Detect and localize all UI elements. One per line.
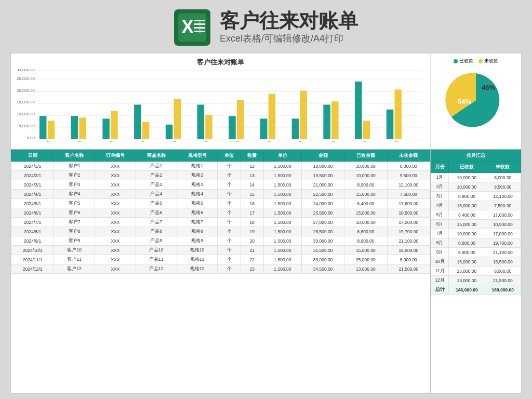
table-cell: XXX	[95, 264, 136, 274]
table-cell: 16,500.00	[387, 246, 430, 255]
svg-rect-7	[200, 20, 201, 34]
table-cell: 19,700.00	[387, 227, 430, 236]
table-cell: 18,000.00	[302, 162, 344, 171]
chart-title: 客户往来对账单	[16, 58, 425, 67]
table-cell: 20	[241, 236, 263, 246]
th-unit: 单位	[218, 150, 241, 162]
table-cell: 1,500.00	[263, 208, 301, 218]
table-cell: 2024/12/1	[11, 264, 54, 274]
table-cell: 2024/11/1	[11, 255, 54, 264]
summary-cell: 6,400.00	[449, 210, 485, 220]
table-cell: XXX	[95, 218, 136, 227]
table-cell: 34,500.00	[302, 264, 344, 274]
svg-rect-31	[134, 104, 141, 139]
table-cell: 客户8	[54, 227, 95, 236]
table-cell: 15,000.00	[344, 208, 387, 218]
bar-chart-container: 客户往来对账单 0.00 5,000.00 10,000.00 15,000.0…	[11, 54, 430, 149]
table-cell: 产品4	[136, 190, 177, 199]
summary-col-headers: 月份 已收款 未收款	[431, 162, 521, 173]
svg-rect-34	[166, 125, 172, 139]
summary-cell: 17,000.00	[485, 229, 521, 238]
table-cell: 30,000.00	[302, 236, 344, 246]
table-cell: 19,500.00	[302, 171, 344, 180]
table-cell: 12	[241, 162, 263, 171]
svg-text:2月: 2月	[75, 141, 82, 142]
table-cell: 10,500.00	[387, 208, 430, 218]
page-header: X 客户往来对账单 Excel表格/可编辑修改/A4打印	[10, 9, 522, 46]
summary-cell: 8,900.00	[449, 248, 485, 257]
svg-text:25,000.00: 25,000.00	[17, 76, 35, 81]
summary-cell: 10,500.00	[485, 220, 521, 229]
summary-table-container: 按月汇总 月份 已收款 未收款 1月10,000.008,000.002月10,…	[430, 150, 521, 393]
summary-cell: 15,000.00	[449, 257, 485, 267]
table-cell: 15,000.00	[344, 190, 387, 199]
table-cell: 18	[241, 218, 263, 227]
svg-text:5月: 5月	[170, 141, 177, 142]
table-cell: 1,500.00	[263, 190, 301, 199]
summary-cell: 25,000.00	[449, 267, 485, 276]
table-cell: 8,900.00	[344, 180, 387, 190]
svg-rect-28	[102, 118, 109, 139]
table-cell: 10,000.00	[344, 218, 387, 227]
summary-total-cell: 146,000.00	[449, 285, 485, 295]
table-cell: 2024/10/1	[11, 246, 54, 255]
svg-text:30,000.00: 30,000.00	[17, 69, 35, 72]
summary-cell: 7,500.00	[485, 201, 521, 210]
table-cell: 1,500.00	[263, 199, 301, 208]
table-cell: 个	[218, 190, 241, 199]
summary-row: 8月8,800.0019,700.00	[431, 238, 521, 248]
table-cell: 产品1	[136, 162, 177, 171]
pie-legend: 已收款 未收款	[454, 58, 498, 64]
th-customer: 客户名称	[54, 150, 95, 162]
table-cell: XXX	[95, 190, 136, 199]
summary-total-cell: 169,000.00	[485, 285, 521, 295]
summary-cell: 16,500.00	[485, 257, 521, 267]
summary-row: 1月10,000.008,000.00	[431, 173, 521, 182]
table-cell: XXX	[95, 180, 136, 190]
legend-collected-dot	[454, 59, 458, 63]
table-cell: 客户4	[54, 190, 95, 199]
summary-cell: 1月	[431, 173, 449, 182]
svg-rect-37	[197, 104, 204, 139]
table-cell: 客户10	[54, 246, 95, 255]
table-cell: 规格3	[177, 180, 218, 190]
table-cell: 1,500.00	[263, 255, 301, 264]
summary-cell: 19,700.00	[485, 238, 521, 248]
summary-cell: 15,000.00	[449, 201, 485, 210]
page-background: X 客户往来对账单 Excel表格/可编辑修改/A4打印 客户往来对账单 0.0…	[0, 0, 532, 399]
table-cell: 1,500.00	[263, 171, 301, 180]
summary-cell: 8,800.00	[449, 238, 485, 248]
summary-cell: 12月	[431, 276, 449, 285]
summary-cell: 3月	[431, 192, 449, 201]
table-cell: 1,500.00	[263, 162, 301, 171]
svg-rect-35	[174, 99, 181, 139]
main-table: 日期 客户名称 订单编号 商品名称 规格型号 单位 数量 单价 金额 已收金额 …	[11, 150, 430, 274]
table-row: 2024/9/1客户9XXX产品9规格9个201,500.0030,000.00…	[11, 236, 430, 246]
svg-text:X: X	[181, 16, 194, 37]
th-product: 商品名称	[136, 150, 177, 162]
page-title: 客户往来对账单	[220, 10, 358, 32]
summary-th-month: 月份	[431, 162, 449, 173]
table-cell: 产品6	[136, 208, 177, 218]
table-cell: XXX	[95, 246, 136, 255]
table-cell: 客户7	[54, 218, 95, 227]
table-cell: 21,000.00	[302, 180, 344, 190]
table-cell: 19	[241, 227, 263, 236]
table-cell: XXX	[95, 227, 136, 236]
table-cell: 10,000.00	[344, 162, 387, 171]
table-cell: 客户1	[54, 162, 95, 171]
table-cell: 客户2	[54, 171, 95, 180]
svg-text:10,000.00: 10,000.00	[17, 112, 35, 116]
table-cell: 客户6	[54, 208, 95, 218]
table-cell: 9,500.00	[387, 171, 430, 180]
summary-cell: 6月	[431, 220, 449, 229]
legend-collected: 已收款	[454, 58, 473, 64]
legend-collected-label: 已收款	[459, 58, 473, 64]
table-cell: 21,500.00	[387, 264, 430, 274]
table-row: 2024/5/1客户5XXX产品5规格5个161,500.0024,000.00…	[11, 199, 430, 208]
table-row: 2024/8/1客户8XXX产品8规格8个191,500.0028,500.00…	[11, 227, 430, 236]
table-section: 日期 客户名称 订单编号 商品名称 规格型号 单位 数量 单价 金额 已收金额 …	[11, 150, 521, 393]
summary-header-row: 按月汇总	[431, 150, 521, 162]
svg-text:1月: 1月	[44, 141, 50, 142]
table-cell: 规格12	[177, 264, 218, 274]
